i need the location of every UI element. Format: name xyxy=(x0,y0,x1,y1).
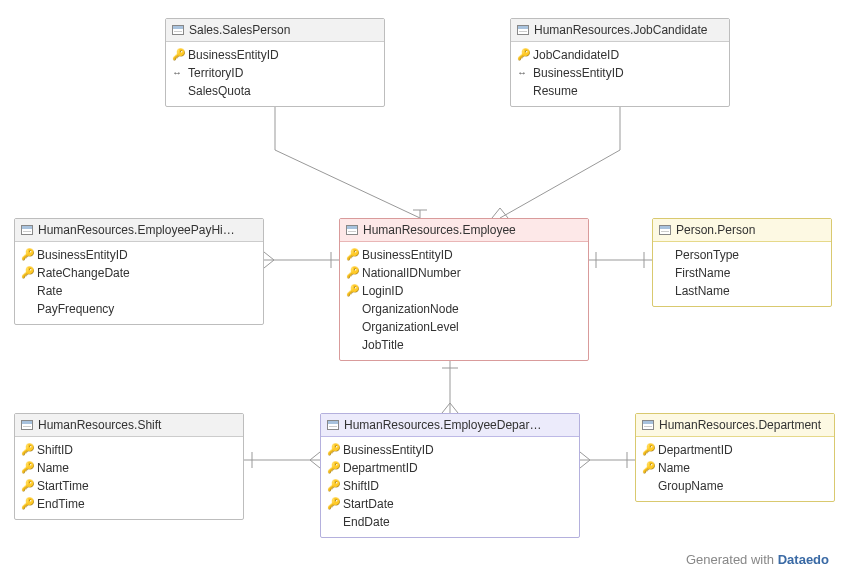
column-row[interactable]: GroupName xyxy=(642,477,828,495)
table-jobcandidate[interactable]: HumanResources.JobCandidate🔑JobCandidate… xyxy=(510,18,730,107)
table-person[interactable]: Person.Person PersonType FirstName LastN… xyxy=(652,218,832,307)
column-row[interactable]: 🔑Name xyxy=(642,459,828,477)
table-header[interactable]: HumanResources.EmployeePayHi… xyxy=(15,219,263,242)
blank-icon xyxy=(659,248,669,262)
column-row[interactable]: LastName xyxy=(659,282,825,300)
table-shift[interactable]: HumanResources.Shift🔑ShiftID🔑Name🔑StartT… xyxy=(14,413,244,520)
primary-key-icon: 🔑 xyxy=(21,266,31,280)
foreign-key-icon: ↔ xyxy=(172,66,182,80)
unique-key-icon: 🔑 xyxy=(21,497,31,511)
column-row[interactable]: 🔑LoginID xyxy=(346,282,582,300)
column-name: DepartmentID xyxy=(658,443,733,457)
column-list: 🔑BusinessEntityID🔑NationalIDNumber🔑Login… xyxy=(340,242,588,360)
column-row[interactable]: 🔑BusinessEntityID xyxy=(327,441,573,459)
erd-canvas: Sales.SalesPerson🔑BusinessEntityID↔Terri… xyxy=(0,0,849,575)
table-header[interactable]: Person.Person xyxy=(653,219,831,242)
column-row[interactable]: 🔑BusinessEntityID xyxy=(21,246,257,264)
primary-key-icon: 🔑 xyxy=(327,479,337,493)
column-row[interactable]: EndDate xyxy=(327,513,573,531)
column-row[interactable]: OrganizationNode xyxy=(346,300,582,318)
table-salesperson[interactable]: Sales.SalesPerson🔑BusinessEntityID↔Terri… xyxy=(165,18,385,107)
column-name: BusinessEntityID xyxy=(188,48,279,62)
unique-key-icon: 🔑 xyxy=(346,284,356,298)
column-name: BusinessEntityID xyxy=(343,443,434,457)
column-row[interactable]: 🔑NationalIDNumber xyxy=(346,264,582,282)
blank-icon xyxy=(642,479,652,493)
column-row[interactable]: 🔑Name xyxy=(21,459,237,477)
unique-key-icon: 🔑 xyxy=(642,461,652,475)
column-row[interactable]: SalesQuota xyxy=(172,82,378,100)
blank-icon xyxy=(172,84,182,98)
column-name: EndDate xyxy=(343,515,390,529)
table-icon xyxy=(517,25,529,35)
column-list: 🔑ShiftID🔑Name🔑StartTime🔑EndTime xyxy=(15,437,243,519)
foreign-key-icon: ↔ xyxy=(517,66,527,80)
table-header[interactable]: HumanResources.Department xyxy=(636,414,834,437)
column-list: 🔑BusinessEntityID↔TerritoryID SalesQuota xyxy=(166,42,384,106)
unique-key-icon: 🔑 xyxy=(21,461,31,475)
table-icon xyxy=(659,225,671,235)
table-payhistory[interactable]: HumanResources.EmployeePayHi…🔑BusinessEn… xyxy=(14,218,264,325)
column-row[interactable]: 🔑ShiftID xyxy=(21,441,237,459)
blank-icon xyxy=(21,284,31,298)
column-list: PersonType FirstName LastName xyxy=(653,242,831,306)
table-header[interactable]: HumanResources.EmployeeDepar… xyxy=(321,414,579,437)
column-name: TerritoryID xyxy=(188,66,243,80)
column-row[interactable]: ↔TerritoryID xyxy=(172,64,378,82)
column-name: OrganizationLevel xyxy=(362,320,459,334)
column-name: FirstName xyxy=(675,266,730,280)
footer-credit: Generated with Dataedo xyxy=(686,552,829,567)
column-row[interactable]: PayFrequency xyxy=(21,300,257,318)
table-header[interactable]: HumanResources.Employee xyxy=(340,219,588,242)
primary-key-icon: 🔑 xyxy=(172,48,182,62)
column-name: NationalIDNumber xyxy=(362,266,461,280)
column-row[interactable]: Rate xyxy=(21,282,257,300)
table-header[interactable]: Sales.SalesPerson xyxy=(166,19,384,42)
column-name: RateChangeDate xyxy=(37,266,130,280)
column-row[interactable]: ↔BusinessEntityID xyxy=(517,64,723,82)
column-name: EndTime xyxy=(37,497,85,511)
blank-icon xyxy=(346,338,356,352)
column-list: 🔑DepartmentID🔑Name GroupName xyxy=(636,437,834,501)
unique-key-icon: 🔑 xyxy=(346,266,356,280)
table-title: HumanResources.Shift xyxy=(38,418,161,432)
table-department[interactable]: HumanResources.Department🔑DepartmentID🔑N… xyxy=(635,413,835,502)
table-icon xyxy=(327,420,339,430)
column-row[interactable]: 🔑EndTime xyxy=(21,495,237,513)
column-row[interactable]: OrganizationLevel xyxy=(346,318,582,336)
column-row[interactable]: 🔑BusinessEntityID xyxy=(172,46,378,64)
primary-key-icon: 🔑 xyxy=(21,248,31,262)
column-row[interactable]: 🔑DepartmentID xyxy=(642,441,828,459)
table-header[interactable]: HumanResources.JobCandidate xyxy=(511,19,729,42)
column-name: LastName xyxy=(675,284,730,298)
column-name: BusinessEntityID xyxy=(533,66,624,80)
column-row[interactable]: 🔑JobCandidateID xyxy=(517,46,723,64)
column-row[interactable]: 🔑BusinessEntityID xyxy=(346,246,582,264)
column-name: SalesQuota xyxy=(188,84,251,98)
column-row[interactable]: PersonType xyxy=(659,246,825,264)
table-header[interactable]: HumanResources.Shift xyxy=(15,414,243,437)
column-list: 🔑BusinessEntityID🔑DepartmentID🔑ShiftID🔑S… xyxy=(321,437,579,537)
column-row[interactable]: 🔑StartDate xyxy=(327,495,573,513)
column-row[interactable]: Resume xyxy=(517,82,723,100)
column-list: 🔑JobCandidateID↔BusinessEntityID Resume xyxy=(511,42,729,106)
table-icon xyxy=(21,225,33,235)
primary-key-icon: 🔑 xyxy=(346,248,356,262)
column-row[interactable]: JobTitle xyxy=(346,336,582,354)
table-icon xyxy=(642,420,654,430)
column-row[interactable]: 🔑StartTime xyxy=(21,477,237,495)
table-icon xyxy=(346,225,358,235)
table-title: HumanResources.JobCandidate xyxy=(534,23,707,37)
column-row[interactable]: FirstName xyxy=(659,264,825,282)
column-row[interactable]: 🔑ShiftID xyxy=(327,477,573,495)
column-name: PersonType xyxy=(675,248,739,262)
column-row[interactable]: 🔑DepartmentID xyxy=(327,459,573,477)
blank-icon xyxy=(659,266,669,280)
table-title: Sales.SalesPerson xyxy=(189,23,290,37)
column-row[interactable]: 🔑RateChangeDate xyxy=(21,264,257,282)
table-icon xyxy=(172,25,184,35)
primary-key-icon: 🔑 xyxy=(327,443,337,457)
table-empdept[interactable]: HumanResources.EmployeeDepar…🔑BusinessEn… xyxy=(320,413,580,538)
table-title: HumanResources.Employee xyxy=(363,223,516,237)
table-employee[interactable]: HumanResources.Employee🔑BusinessEntityID… xyxy=(339,218,589,361)
